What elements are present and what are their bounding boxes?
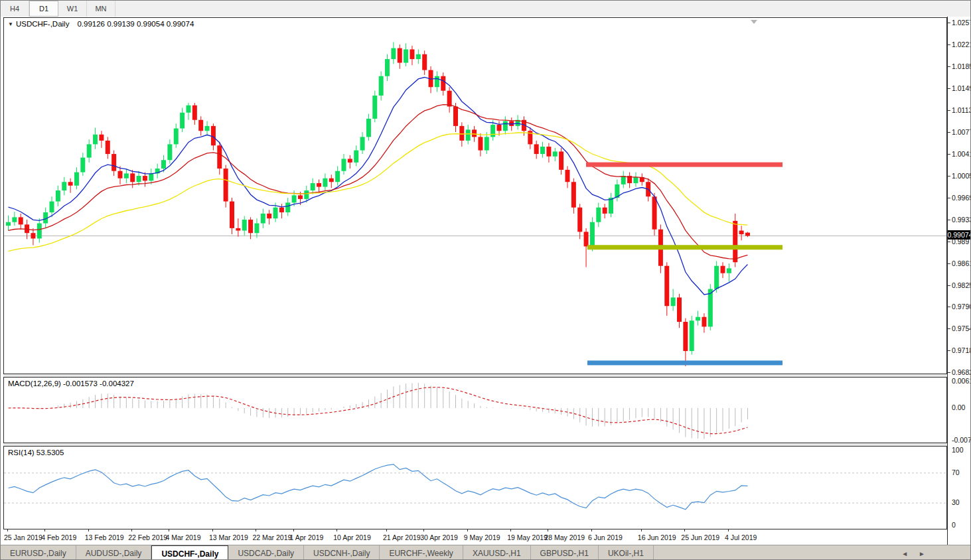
candlestick-chart[interactable] — [4, 18, 946, 374]
price-tick-mark — [948, 154, 950, 155]
price-axis[interactable]: 1.025701.022101.018501.014901.011301.007… — [947, 17, 971, 545]
date-label: 28 May 2019 — [544, 533, 585, 541]
date-tick-mark — [684, 529, 685, 531]
timeframe-toolbar: H4D1W1MN — [1, 1, 970, 17]
date-label: 13 Mar 2019 — [209, 533, 248, 541]
price-tick-label: 0.98610 — [952, 259, 971, 267]
date-tick-mark — [467, 529, 468, 531]
timeframe-button-h4[interactable]: H4 — [1, 1, 29, 17]
date-label: 25 Jun 2019 — [681, 533, 719, 541]
timeframe-button-d1[interactable]: D1 — [29, 1, 58, 17]
macd-signal-line — [9, 387, 748, 434]
tab-ukoil-h1[interactable]: UKOil-,H1 — [599, 545, 654, 560]
date-tick-mark — [641, 529, 642, 531]
date-label: 16 Jun 2019 — [638, 533, 676, 541]
price-tick-mark — [948, 198, 950, 198]
timeframe-button-mn[interactable]: MN — [87, 1, 115, 17]
tab-usdcad-daily[interactable]: USDCAD-,Daily — [228, 545, 304, 560]
rsi-label: RSI(14) 53.5305 — [8, 449, 64, 456]
price-tick-mark — [948, 220, 950, 220]
date-label: 4 Jul 2019 — [725, 533, 757, 541]
rsi-panel[interactable]: RSI(14) 53.5305 — [3, 446, 947, 529]
macd-label: MACD(12,26,9) -0.001573 -0.004327 — [8, 380, 134, 387]
price-tick-label: 0.97180 — [952, 346, 971, 354]
date-label: 9 May 2019 — [464, 533, 500, 541]
rsi-line — [9, 464, 748, 510]
price-tick-mark — [948, 44, 950, 45]
ohlc-values: 0.99126 0.99139 0.99054 0.99074 — [77, 20, 194, 28]
tab-eurusd-daily[interactable]: EURUSD-,Daily — [1, 545, 76, 560]
date-label: 4 Mar 2019 — [165, 533, 200, 541]
date-tick-mark — [212, 529, 213, 531]
price-tick-mark — [948, 88, 950, 89]
date-label: 30 Apr 2019 — [420, 533, 458, 541]
price-tick-mark — [948, 66, 950, 67]
rsi-chart[interactable] — [4, 447, 946, 529]
tab-gbpusd-h1[interactable]: GBPUSD-,H1 — [531, 545, 599, 560]
macd-panel[interactable]: MACD(12,26,9) -0.001573 -0.004327 — [3, 377, 947, 443]
price-tick-mark — [948, 372, 950, 373]
date-label: 25 Jan 2019 — [4, 533, 42, 541]
collapse-arrow-icon[interactable]: ▼ — [8, 21, 13, 27]
price-tick-mark — [948, 110, 950, 111]
ema-45-line — [9, 133, 748, 251]
date-axis[interactable]: 25 Jan 20194 Feb 201913 Feb 201922 Feb 2… — [3, 529, 947, 545]
price-tick-label: 1.01490 — [952, 84, 971, 92]
price-tick-label: 0.99690 — [952, 194, 971, 202]
macd-tick-label: 0.00613 — [952, 377, 971, 385]
price-tick-mark — [948, 307, 950, 307]
date-label: 22 Mar 2019 — [252, 533, 291, 541]
price-tick-label: 1.01850 — [952, 62, 971, 70]
mid-support-ray[interactable] — [587, 245, 783, 249]
low-support-ray[interactable] — [587, 360, 783, 365]
date-tick-mark — [728, 529, 729, 531]
rsi-tick-label: 30 — [952, 498, 960, 506]
date-tick-mark — [293, 529, 294, 531]
price-tick-mark — [948, 132, 950, 133]
date-label: 10 Apr 2019 — [333, 533, 371, 541]
tab-usdcnh-daily[interactable]: USDCNH-,Daily — [304, 545, 380, 560]
timeframe-button-w1[interactable]: W1 — [58, 1, 87, 17]
symbol-period-label: USDCHF-,Daily — [16, 20, 70, 28]
date-label: 13 Feb 2019 — [85, 533, 124, 541]
price-tick-label: 1.01130 — [952, 106, 971, 114]
price-tick-mark — [948, 242, 950, 242]
resistance-ray[interactable] — [586, 163, 783, 167]
tab-scroll-right-icon[interactable]: ► — [919, 550, 925, 557]
date-tick-mark — [169, 529, 169, 531]
chart-tabbar: EURUSD-,DailyAUDUSD-,DailyUSDCHF-,DailyU… — [1, 545, 971, 560]
tab-usdchf-daily[interactable]: USDCHF-,Daily — [151, 545, 228, 560]
rsi-tick-label: 70 — [952, 468, 960, 476]
price-tick-mark — [948, 263, 950, 264]
date-label: 19 May 2019 — [507, 533, 548, 541]
current-price-badge: 0.99074 — [948, 230, 971, 240]
price-tick-label: 0.97900 — [952, 303, 971, 311]
price-tick-mark — [948, 285, 950, 286]
price-tick-mark — [948, 328, 950, 329]
date-label: 22 Feb 2019 — [128, 533, 167, 541]
rsi-tick-label: 100 — [952, 446, 964, 454]
price-tick-label: 0.97540 — [952, 324, 971, 332]
price-tick-label: 0.98250 — [952, 281, 971, 289]
tab-scroll-arrows: ◄► — [901, 545, 971, 560]
date-label: 1 Apr 2019 — [290, 533, 324, 541]
price-tick-mark — [948, 23, 950, 23]
price-tick-label: 1.02570 — [952, 19, 971, 27]
tab-eurchf-weekly[interactable]: EURCHF-,Weekly — [380, 545, 463, 560]
date-tick-mark — [88, 529, 89, 531]
date-tick-mark — [510, 529, 511, 531]
tab-xauusd-h1[interactable]: XAUUSD-,H1 — [463, 545, 531, 560]
macd-chart[interactable] — [4, 378, 946, 443]
price-tick-mark — [948, 350, 950, 351]
macd-tick-label: -0.007612 — [952, 436, 971, 444]
price-tick-label: 0.96820 — [952, 368, 971, 376]
tab-audusd-daily[interactable]: AUDUSD-,Daily — [76, 545, 152, 560]
date-tick-mark — [44, 529, 45, 531]
price-tick-label: 1.00410 — [952, 150, 971, 158]
price-tick-label: 0.99330 — [952, 216, 971, 224]
date-tick-mark — [591, 529, 592, 531]
date-label: 4 Feb 2019 — [41, 533, 76, 541]
price-tick-label: 1.02210 — [952, 40, 971, 48]
main-chart-panel[interactable]: ▼USDCHF-,Daily0.99126 0.99139 0.99054 0.… — [3, 17, 947, 374]
tab-scroll-left-icon[interactable]: ◄ — [901, 550, 908, 557]
